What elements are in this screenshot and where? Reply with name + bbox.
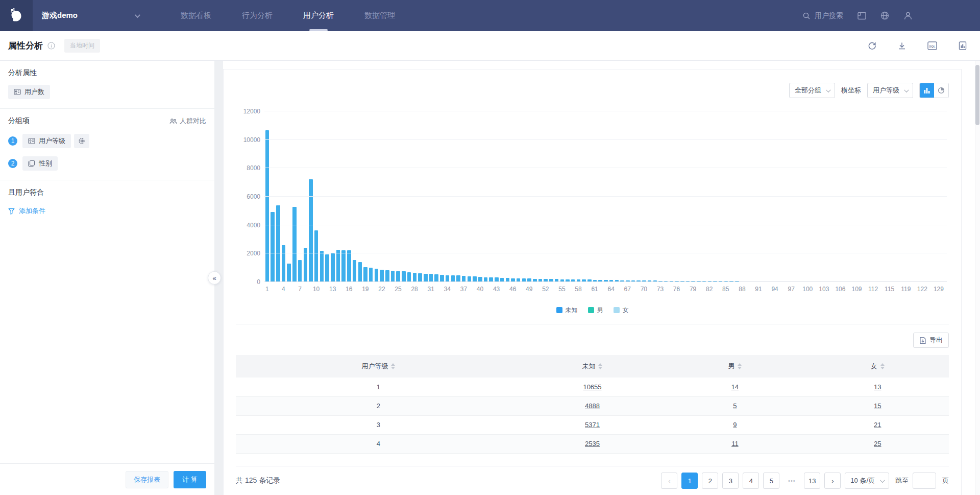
- sort-carets-icon[interactable]: [880, 363, 885, 369]
- scrollbar-thumb[interactable]: [975, 65, 979, 125]
- prev-page-button[interactable]: ‹: [661, 473, 677, 489]
- bar-segment[interactable]: [424, 274, 428, 282]
- bar-segment[interactable]: [402, 271, 406, 282]
- bar-segment[interactable]: [265, 130, 270, 282]
- bar-segment[interactable]: [363, 267, 368, 282]
- project-selector[interactable]: 游戏demo: [42, 0, 139, 31]
- bar-segment[interactable]: [385, 270, 389, 282]
- top-nav-item-4[interactable]: 数据管理: [349, 0, 410, 31]
- bar-segment[interactable]: [407, 272, 411, 282]
- bar-segment[interactable]: [396, 271, 400, 282]
- table-header-1[interactable]: 用户等级: [236, 355, 521, 378]
- bar-segment[interactable]: [434, 274, 438, 282]
- page-button[interactable]: 1: [681, 473, 698, 489]
- value-link[interactable]: 2535: [585, 440, 600, 447]
- value-link[interactable]: 13: [874, 383, 881, 391]
- bar-segment[interactable]: [369, 268, 373, 282]
- bar-chart-type-button[interactable]: [920, 83, 934, 98]
- add-condition-link[interactable]: 添加条件: [8, 206, 206, 216]
- vertical-scrollbar[interactable]: [975, 61, 980, 495]
- value-link[interactable]: 9: [733, 421, 737, 429]
- value-link[interactable]: 21: [874, 421, 881, 429]
- export-button[interactable]: 导出: [913, 333, 949, 348]
- sort-carets-icon[interactable]: [738, 363, 742, 369]
- pie-chart-type-button[interactable]: [934, 83, 948, 98]
- legend-item[interactable]: 女: [614, 306, 629, 315]
- save-report-button[interactable]: 保存报表: [126, 471, 168, 488]
- value-link[interactable]: 10655: [583, 383, 601, 391]
- bar-segment[interactable]: [309, 179, 313, 282]
- bar-segment[interactable]: [391, 271, 395, 282]
- analysis-attribute-title: 分析属性: [8, 68, 206, 78]
- bar-segment[interactable]: [271, 212, 275, 282]
- main-panel: 全部分组 横坐标 用户等级: [223, 61, 980, 495]
- top-nav-item-3[interactable]: 用户分析: [288, 0, 349, 31]
- bar-segment[interactable]: [353, 260, 357, 282]
- bar-segment[interactable]: [375, 269, 379, 282]
- bar-segment[interactable]: [413, 273, 417, 282]
- sort-carets-icon[interactable]: [598, 363, 602, 369]
- bar-segment[interactable]: [347, 250, 351, 282]
- group-chip-user-level[interactable]: 用户等级: [22, 134, 71, 148]
- download-icon[interactable]: [898, 42, 906, 50]
- legend-item[interactable]: 男: [588, 306, 603, 315]
- bar-segment[interactable]: [358, 262, 362, 282]
- bar-segment[interactable]: [314, 230, 318, 282]
- group-chip-gender[interactable]: 性别: [22, 156, 58, 171]
- value-link[interactable]: 5: [733, 402, 737, 410]
- table-header-4[interactable]: 女: [806, 355, 949, 378]
- jump-page-input[interactable]: [913, 473, 936, 489]
- sidebar-collapse-button[interactable]: «: [208, 271, 221, 285]
- crowd-compare-link[interactable]: 人群对比: [169, 116, 206, 126]
- account-user-icon[interactable]: [903, 11, 913, 20]
- bar-segment[interactable]: [331, 253, 335, 282]
- bar-segment[interactable]: [276, 205, 280, 282]
- panel-layout-icon[interactable]: [857, 12, 866, 20]
- report-chart-icon[interactable]: [959, 41, 967, 50]
- page-button[interactable]: 4: [743, 473, 759, 489]
- page-button[interactable]: 3: [722, 473, 739, 489]
- group-settings-button[interactable]: [74, 134, 89, 148]
- next-page-button[interactable]: ›: [824, 473, 841, 489]
- app-logo[interactable]: [0, 0, 33, 31]
- group-filter-select[interactable]: 全部分组: [789, 83, 835, 98]
- table-header-2[interactable]: 未知: [521, 355, 664, 378]
- language-globe-icon[interactable]: [880, 11, 889, 20]
- bar-segment[interactable]: [287, 264, 291, 282]
- value-link[interactable]: 11: [731, 440, 739, 447]
- table-header-3[interactable]: 男: [664, 355, 806, 378]
- bar-segment[interactable]: [298, 260, 302, 282]
- value-link[interactable]: 15: [874, 402, 881, 410]
- bar-segment[interactable]: [336, 250, 340, 282]
- refresh-icon[interactable]: [868, 41, 876, 50]
- user-search[interactable]: 用户搜索: [802, 11, 843, 20]
- timezone-badge[interactable]: 当地时间: [64, 39, 100, 53]
- bar-segment[interactable]: [320, 251, 324, 282]
- value-link[interactable]: 25: [874, 440, 881, 447]
- bar-segment[interactable]: [282, 245, 286, 282]
- bar-segment[interactable]: [380, 270, 384, 282]
- top-nav-item-1[interactable]: 数据看板: [165, 0, 227, 31]
- value-link[interactable]: 5371: [585, 421, 600, 429]
- bar-segment[interactable]: [418, 273, 422, 282]
- bar-segment[interactable]: [325, 254, 329, 282]
- metric-chip-user-count[interactable]: 用户数: [8, 85, 50, 99]
- page-button[interactable]: 13: [804, 473, 820, 489]
- top-nav-item-2[interactable]: 行为分析: [227, 0, 288, 31]
- bar-segment[interactable]: [429, 274, 433, 282]
- info-icon[interactable]: [47, 42, 55, 50]
- sql-icon[interactable]: SQL: [927, 41, 937, 50]
- legend-item[interactable]: 未知: [556, 306, 578, 315]
- bar-segment[interactable]: [440, 275, 444, 282]
- sort-carets-icon[interactable]: [391, 363, 395, 369]
- bar-segment[interactable]: [341, 250, 346, 282]
- value-link[interactable]: 14: [731, 383, 739, 391]
- bar-segment[interactable]: [446, 275, 450, 282]
- value-link[interactable]: 4888: [585, 402, 600, 410]
- page-button[interactable]: 2: [702, 473, 718, 489]
- xaxis-select[interactable]: 用户等级: [867, 83, 913, 98]
- page-size-select[interactable]: 10 条/页: [845, 473, 889, 489]
- page-button[interactable]: 5: [763, 473, 779, 489]
- bar-segment[interactable]: [292, 207, 297, 282]
- calculate-button[interactable]: 计 算: [174, 471, 206, 488]
